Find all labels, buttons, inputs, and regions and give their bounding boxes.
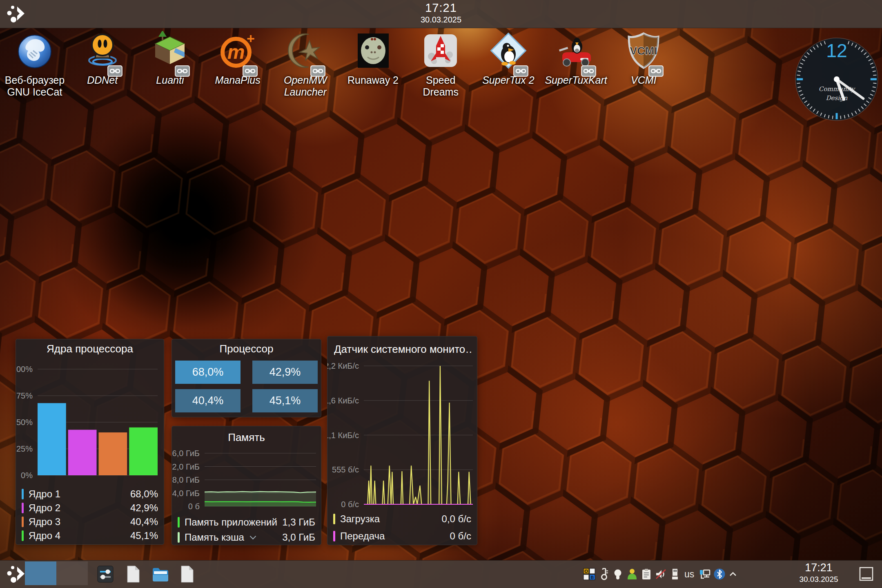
svg-text:16,0 ГиБ: 16,0 ГиБ <box>172 449 200 458</box>
network-tray-icon[interactable] <box>697 568 711 580</box>
ddnet-icon <box>83 31 122 70</box>
svg-text:0 б: 0 б <box>188 502 200 511</box>
lightbulb-tray-icon[interactable] <box>612 568 624 580</box>
legend-label: Загрузка <box>340 513 380 525</box>
user-tray-icon[interactable] <box>626 568 638 580</box>
supertuxkart-icon <box>557 31 596 70</box>
desktop-icon-supertux2[interactable]: SuperTux 2 <box>475 31 542 86</box>
widget-cpu-cores[interactable]: Ядра процессора 100%75%50%25%0% Ядро 168… <box>16 339 164 545</box>
taskbar-clock-time: 17:21 <box>778 562 860 573</box>
desktop-icon-label: Speed Dreams <box>407 74 474 98</box>
taskbar-digital-clock[interactable]: 17:21 30.03.2025 <box>778 562 860 583</box>
svg-text:75%: 75% <box>16 391 33 400</box>
panel-digital-clock[interactable]: 17:21 30.03.2025 <box>0 2 882 24</box>
desktop-icon-supertuxkart[interactable]: SuperTuxKart <box>543 31 610 86</box>
cpu-cores-legend: Ядро 168,0%Ядро 242,9%Ядро 340,4%Ядро 44… <box>22 487 158 543</box>
taskbar-launcher-icon[interactable] <box>4 564 25 585</box>
manaplus-icon: m + <box>218 31 257 70</box>
legend-row: Ядро 445,1% <box>22 529 158 543</box>
legend-value: 1,3 ГиБ <box>282 517 315 528</box>
svg-text:B: B <box>591 575 594 580</box>
legend-color-marker <box>178 517 180 528</box>
desktop-icon-label: Luanti <box>136 74 203 86</box>
desktop-icon-luanti[interactable]: Luanti <box>136 31 203 86</box>
document-task-icon-2[interactable] <box>178 565 196 583</box>
desktop-icon-icecat[interactable]: Веб-браузерGNU IceCat <box>1 31 68 98</box>
openmw-icon <box>286 31 325 70</box>
symlink-badge-icon <box>107 65 122 77</box>
svg-text:555 б/с: 555 б/с <box>332 465 359 474</box>
cpu-usage-value-box: 45,1% <box>252 389 318 412</box>
legend-label: Ядро 1 <box>29 488 60 500</box>
legend-color-marker <box>333 531 335 541</box>
desktop-icon-runaway2[interactable]: Runaway 2 <box>340 31 407 86</box>
desktop-icon-ddnet[interactable]: DDNet <box>69 31 136 86</box>
svg-text:12,0 ГиБ: 12,0 ГиБ <box>172 462 200 471</box>
tray-expand-chevron-icon[interactable] <box>728 568 738 580</box>
desktop-icon-label: VCMI <box>610 74 677 86</box>
legend-row: Ядро 242,9% <box>22 501 158 515</box>
desktop-icon-speeddreams[interactable]: Speed Dreams <box>407 31 474 98</box>
svg-text:0%: 0% <box>21 471 33 480</box>
system-tray: O B <box>583 560 738 588</box>
svg-text:1,1 КиБ/с: 1,1 КиБ/с <box>327 431 359 440</box>
icecat-icon <box>15 31 54 70</box>
runaway2-icon <box>354 31 393 70</box>
memory-legend: Память приложений1,3 ГиБПамять кэша3,0 Г… <box>178 514 315 545</box>
legend-color-marker <box>22 517 24 527</box>
ob-grid-tray-icon[interactable]: O B <box>583 568 595 580</box>
cpu-usage-value-box: 40,4% <box>175 389 241 412</box>
legend-value: 40,4% <box>130 516 158 528</box>
legend-label: Передача <box>340 530 385 542</box>
desktop-icon-vcmi[interactable]: VCMI VCMI <box>610 31 677 86</box>
symlink-badge-icon <box>648 65 664 77</box>
folder-task-icon[interactable] <box>151 565 169 583</box>
keyboard-layout-indicator[interactable]: us <box>683 569 695 580</box>
bluetooth-tray-icon[interactable] <box>713 568 726 580</box>
symlink-badge-icon <box>243 65 258 77</box>
legend-value: 42,9% <box>130 502 158 514</box>
virtual-desktop-pager <box>25 561 88 585</box>
legend-row: Память кэша3,0 ГиБ <box>178 530 315 545</box>
desktop-icons: Веб-браузерGNU IceCat DDNet Luanti m + M… <box>0 31 882 109</box>
legend-label: Память приложений <box>185 517 277 528</box>
supertux2-icon <box>489 31 528 70</box>
pager-desktop-1[interactable] <box>25 561 56 585</box>
document-task-icon[interactable] <box>124 565 142 583</box>
widget-cpu-total[interactable]: Процессор 68,0%42,9%40,4%45,1% <box>172 339 321 417</box>
volume-muted-tray-icon[interactable] <box>655 568 667 580</box>
system-settings-task-icon[interactable] <box>96 565 114 583</box>
chevron-down-icon[interactable] <box>250 533 256 540</box>
thermometer-tray-icon[interactable] <box>597 568 610 580</box>
symlink-badge-icon <box>581 65 596 77</box>
desktop-icon-openmw[interactable]: OpenMWLauncher <box>272 31 339 98</box>
show-desktop-button[interactable] <box>859 566 874 581</box>
clock-center-dot <box>834 76 840 82</box>
svg-text:2,2 КиБ/с: 2,2 КиБ/с <box>327 361 359 370</box>
luanti-icon <box>150 31 189 70</box>
svg-text:100%: 100% <box>16 365 33 374</box>
analog-clock-widget[interactable]: 12 Community Design <box>793 36 880 122</box>
widget-memory[interactable]: Память 16,0 ГиБ12,0 ГиБ8,0 ГиБ4,0 ГиБ0 б… <box>172 426 321 545</box>
clock-numeral-12: 12 <box>826 40 847 61</box>
cpu-usage-value-box: 42,9% <box>252 361 318 384</box>
symlink-badge-icon <box>310 65 325 77</box>
svg-text:1,6 КиБ/с: 1,6 КиБ/с <box>327 396 359 405</box>
svg-text:m: m <box>227 41 245 63</box>
legend-row: Загрузка0,0 б/с <box>333 510 471 528</box>
svg-text:VCMI: VCMI <box>630 45 658 57</box>
svg-text:50%: 50% <box>16 418 33 427</box>
legend-label: Ядро 2 <box>29 502 60 514</box>
widget-title: Процессор <box>172 343 321 355</box>
removable-device-tray-icon[interactable] <box>669 568 681 580</box>
legend-color-marker <box>22 503 24 513</box>
legend-row: Передача0 б/с <box>333 528 471 545</box>
legend-row: Ядро 168,0% <box>22 487 158 501</box>
desktop-icon-label: ManaPlus <box>204 74 271 86</box>
widget-network-sensor[interactable]: Датчик системного монито… 2,2 КиБ/с1,6 К… <box>327 336 477 545</box>
clock-time: 17:21 <box>0 2 882 14</box>
svg-text:O: O <box>584 569 588 574</box>
desktop-icon-manaplus[interactable]: m + ManaPlus <box>204 31 271 86</box>
clipboard-tray-icon[interactable] <box>640 568 653 580</box>
pager-desktop-2[interactable] <box>56 561 88 585</box>
